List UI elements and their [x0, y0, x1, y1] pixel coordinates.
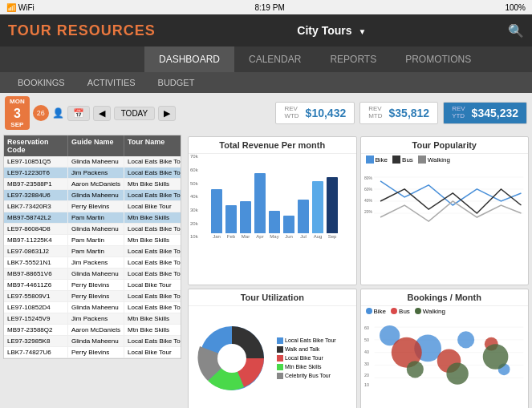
legend-bus-bookings: Bus [391, 308, 410, 315]
table-row[interactable]: LE97-32884U6 Glinda Maheenu Local Eats B… [4, 190, 181, 201]
bookings-chart-title: Bookings / Month [361, 289, 529, 306]
stat-wtd: REVWTD $10,432 [275, 102, 355, 124]
person-icon: 👤 [52, 107, 64, 119]
svg-text:30: 30 [364, 361, 369, 366]
prev-day-button[interactable]: ◀ [93, 106, 111, 121]
status-battery: 100% [505, 3, 526, 12]
nav-item-calendar[interactable]: CALENDAR [234, 46, 315, 72]
table-row[interactable]: LE97-12230T6 Jim Packens Local Eats Bike… [4, 168, 181, 179]
svg-text:80%: 80% [364, 176, 373, 180]
table-row[interactable]: LE97-08631J2 Pam Martin Local Eats Bike … [4, 246, 181, 257]
nav-item-reports[interactable]: REPORTS [315, 46, 391, 72]
legend-celebrity-bus: Celebrity Bus Tour [277, 373, 336, 379]
table-row[interactable]: LBK7-74827U6 Perry Blevins Local Bike To… [4, 347, 181, 358]
sub-nav-activities[interactable]: ACTIVITIES [78, 75, 145, 90]
legend-bus: Bus [392, 156, 413, 164]
legend-walk-talk: Walk and Talk [277, 346, 336, 353]
legend-walking: Walking [418, 156, 450, 164]
tour-resources-title: TOUR RESOURCES [8, 22, 156, 39]
table-body: LE97-10851Q5 Glinda Maheenu Local Eats B… [4, 156, 181, 358]
svg-point-23 [457, 331, 474, 348]
table-row[interactable]: LBK7-73420R3 Perry Blevins Local Bike To… [4, 201, 181, 212]
table-row[interactable]: LE97-10851Q5 Glinda Maheenu Local Eats B… [4, 156, 181, 168]
svg-text:40%: 40% [364, 198, 373, 203]
table-row[interactable]: LE97-32985K8 Glinda Maheenu Local Eats B… [4, 336, 181, 347]
popularity-chart-svg: 80% 60% 40% 20% [361, 165, 529, 245]
table-row[interactable]: LE97-55809V1 Perry Blevins Local Eats Bi… [4, 291, 181, 302]
svg-text:20: 20 [364, 373, 369, 378]
svg-text:60: 60 [364, 325, 369, 330]
header-title-area: City Tours ▼ [156, 24, 508, 37]
header: TOUR RESOURCES City Tours ▼ 🔍 [0, 14, 532, 46]
svg-point-30 [482, 344, 508, 370]
nav-item-dashboard[interactable]: DASHBOARD [144, 46, 234, 72]
nav-item-promotions[interactable]: PROMOTIONS [391, 46, 485, 72]
col-tour: Tour Name [124, 135, 181, 156]
legend-bike: Bike [366, 156, 388, 164]
next-day-button[interactable]: ▶ [158, 106, 176, 121]
city-tours-title: City Tours [297, 24, 351, 37]
today-button[interactable]: TODAY [114, 107, 156, 120]
utilization-chart-title: Tour Utilization [189, 289, 356, 306]
right-panel: Total Revenue Per month 70k 60k 50k 40k … [185, 133, 532, 408]
status-time: 8:19 PM [254, 3, 284, 12]
day-name: MON [10, 98, 25, 106]
stat-mtd-label: REVMTD [368, 106, 382, 120]
table-row[interactable]: MB97-11225K4 Pam Martin Mtn Bike Skills [4, 235, 181, 246]
svg-text:40: 40 [364, 349, 369, 354]
popularity-chart-title: Tour Popularity [361, 137, 529, 154]
search-icon[interactable]: 🔍 [508, 23, 524, 38]
svg-text:20%: 20% [364, 209, 373, 214]
month-name: SEP [10, 121, 23, 129]
sub-nav-bookings[interactable]: BOOKINGS [8, 75, 75, 90]
col-reservation: Reservation Code [4, 135, 68, 156]
table-row[interactable]: MB97-44611Z6 Perry Blevins Local Bike To… [4, 280, 181, 291]
col-guide: Guide Name [68, 135, 124, 156]
utilization-pie-svg [192, 318, 272, 398]
svg-text:60%: 60% [364, 187, 373, 192]
table-row[interactable]: LE97-15245V9 Jim Packens Mtn Bike Skills [4, 313, 181, 325]
table-row[interactable]: MB97-23588P1 Aaron McDaniels Mtn Bike Sk… [4, 179, 181, 190]
stat-wtd-value: $10,432 [306, 107, 347, 119]
legend-local-eats: Local Eats Bike Tour [277, 337, 336, 344]
bookings-bubble-svg: 60 50 40 30 20 10 [361, 317, 529, 397]
sub-nav: BOOKINGS ACTIVITIES BUDGET [0, 72, 532, 93]
revenue-chart-title: Total Revenue Per month [189, 137, 356, 154]
stat-ytd-label: REVYTD [452, 106, 465, 120]
stat-ytd-value: $345,232 [472, 107, 518, 119]
legend-bike-bookings: Bike [366, 308, 387, 315]
table-row[interactable]: MB97-88651V6 Glinda Maheenu Local Eats B… [4, 269, 181, 280]
table-row[interactable]: LE97-86084D8 Glinda Maheenu Local Eats B… [4, 224, 181, 235]
calendar-icon-button[interactable]: 📅 [67, 106, 90, 121]
stat-ytd: REVYTD $345,232 [443, 102, 527, 124]
sub-nav-budget[interactable]: BUDGET [148, 75, 205, 90]
stat-mtd: REVMTD $35,812 [359, 102, 438, 124]
svg-point-9 [217, 344, 246, 373]
popularity-legend: Bike Bus Walking [361, 154, 529, 165]
status-bar: 📶 WiFi 8:19 PM 100% [0, 0, 532, 14]
main-content: Reservation Code Guide Name Tour Name LE… [0, 133, 532, 408]
svg-text:50: 50 [364, 337, 369, 342]
table-header: Reservation Code Guide Name Tour Name [4, 135, 181, 156]
bookings-legend: Bike Bus Walking [361, 306, 529, 317]
table-row[interactable]: LBK7-55521N1 Jim Packens Local Eats Bike… [4, 257, 181, 269]
bookings-chart-card: Bookings / Month Bike Bus Walking 60 50 [360, 289, 530, 408]
svg-text:10: 10 [364, 382, 369, 387]
legend-local-bike: Local Bike Tour [277, 355, 336, 362]
bookings-table: Reservation Code Guide Name Tour Name LE… [3, 135, 181, 359]
table-row[interactable]: MB97-58742L2 Pam Martin Mtn Bike Skills [4, 212, 181, 224]
avatar-badge: 26 [33, 105, 49, 121]
revenue-chart-card: Total Revenue Per month 70k 60k 50k 40k … [188, 136, 357, 285]
table-row[interactable]: LE97-10852D4 Glinda Maheenu Local Eats B… [4, 302, 181, 313]
header-dropdown-icon[interactable]: ▼ [358, 27, 366, 36]
stat-mtd-value: $35,812 [389, 107, 430, 119]
day-num: 3 [14, 106, 21, 121]
svg-point-29 [446, 362, 468, 384]
status-left: 📶 WiFi [6, 3, 35, 12]
utilization-chart-card: Tour Utilization Local Eats Bike Tour [188, 289, 357, 408]
popularity-chart-card: Tour Popularity Bike Bus Walking 80% 60 [360, 136, 530, 285]
legend-walking-bookings: Walking [415, 308, 445, 315]
date-badge: MON 3 SEP [5, 96, 30, 130]
table-row[interactable]: MB97-23588Q2 Aaron McDaniels Mtn Bike Sk… [4, 325, 181, 336]
svg-point-28 [406, 361, 423, 378]
